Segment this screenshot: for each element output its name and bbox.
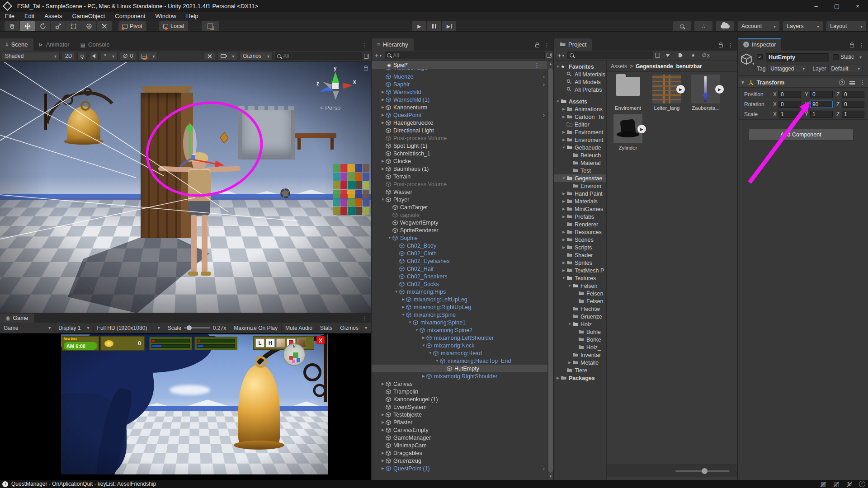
active-checkbox[interactable]: ✓ (757, 54, 763, 60)
lock-icon[interactable] (719, 44, 723, 47)
scene-viewport[interactable]: y x z < Persp (0, 62, 371, 313)
menu-edit[interactable]: Edit (19, 12, 39, 20)
custom-tool-button[interactable] (97, 21, 112, 31)
add-component-button[interactable]: Add Component (748, 129, 854, 141)
project-tree-row[interactable]: ▼★Favorites (554, 63, 606, 70)
position-y-field[interactable] (810, 91, 833, 98)
stats-toggle[interactable]: Stats (316, 323, 336, 333)
scene-gizmos-dropdown[interactable]: Gizmos▾ (240, 52, 273, 61)
preview-play-icon[interactable]: ▶ (715, 85, 724, 94)
project-tree-row[interactable]: ▼Assets (554, 98, 606, 105)
hierarchy-row[interactable]: Ch02_Cloth (372, 249, 547, 257)
hierarchy-row[interactable]: Ch02_Body (372, 242, 547, 249)
hierarchy-row[interactable]: ▼mixamorig:Hips (372, 288, 547, 296)
foldout-closed-icon[interactable]: ▶ (401, 305, 406, 309)
hierarchy-row[interactable]: ▼Player (372, 196, 547, 203)
expand-icon[interactable] (364, 54, 369, 59)
slot-hand-icon[interactable] (276, 338, 285, 347)
hierarchy-row[interactable]: Muenzenlager (372, 69, 547, 73)
hierarchy-row[interactable]: ▶QuestPoint (1)› (372, 465, 547, 472)
hierarchy-row[interactable]: ▼mixamorig:Spine (372, 311, 547, 319)
foldout-closed-icon[interactable]: ▶ (561, 261, 566, 265)
lock-icon[interactable] (364, 67, 368, 70)
close-button[interactable]: × (847, 0, 868, 12)
hierarchy-row[interactable]: ▶mixamorig:RightUpLeg (372, 303, 547, 311)
project-tree-row[interactable]: ▶Enviroment (554, 136, 606, 144)
project-tree-row[interactable]: ▶Animations (554, 105, 606, 113)
search-button[interactable] (673, 21, 691, 31)
foldout-closed-icon[interactable]: ▶ (380, 90, 386, 94)
tab-game[interactable]: ◉Game (0, 314, 34, 323)
scale-z-field[interactable] (842, 111, 864, 118)
foldout-closed-icon[interactable]: ▶ (380, 98, 386, 102)
hud-close-button[interactable]: X (316, 336, 325, 344)
foldout-open-icon[interactable]: ▼ (561, 176, 566, 180)
transform-tool-button[interactable] (81, 21, 97, 31)
presets-icon[interactable] (849, 80, 855, 85)
hierarchy-row[interactable]: ▼mixamorig:Spine2 (372, 326, 547, 334)
hierarchy-row[interactable]: ▶mixamorig:LeftShoulder (372, 334, 547, 342)
grid-snap-button[interactable] (202, 21, 219, 31)
create-asset-button[interactable]: +▾ (556, 52, 566, 59)
hierarchy-search-input[interactable] (393, 52, 542, 59)
foldout-open-icon[interactable]: ▼ (414, 328, 420, 332)
transform-component-header[interactable]: ▼ Transform ? ⋮ (738, 78, 868, 88)
foldout-closed-icon[interactable]: ▶ (561, 238, 566, 242)
foldout-closed-icon[interactable]: ▶ (561, 130, 566, 134)
tab-hierarchy[interactable]: ≡Hierarchy (372, 38, 414, 51)
hierarchy-row[interactable]: Muenze› (372, 73, 547, 80)
kebab-menu-icon[interactable]: ⋮ (361, 314, 367, 321)
project-tree-row[interactable]: ▶MiniGames (554, 205, 606, 213)
foldout-open-icon[interactable]: ▼ (407, 320, 413, 324)
foldout-closed-icon[interactable]: ▶ (561, 138, 566, 142)
foldout-closed-icon[interactable]: ▶ (561, 268, 566, 272)
foldout-closed-icon[interactable]: ▶ (555, 376, 561, 380)
rect-tool-button[interactable] (66, 21, 81, 31)
project-tree-row[interactable]: ▼Gegenstae (554, 174, 606, 182)
foldout-closed-icon[interactable]: ▶ (380, 459, 386, 463)
kebab-menu-icon[interactable]: ⋮ (544, 42, 550, 48)
project-tree-row[interactable]: ▶Resources (554, 228, 606, 236)
foldout-open-icon[interactable]: ▼ (741, 80, 745, 85)
foldout-closed-icon[interactable]: ▶ (561, 207, 566, 211)
tag-dropdown[interactable]: Untagged▾ (768, 65, 807, 72)
menu-window[interactable]: Window (151, 12, 181, 20)
project-tree-row[interactable]: Shader (554, 251, 606, 259)
grid-item[interactable]: Enviroment (612, 75, 644, 111)
foldout-open-icon[interactable]: ▼ (394, 290, 399, 294)
hierarchy-row[interactable]: Trampolin (372, 388, 547, 395)
foldout-open-icon[interactable]: ▼ (561, 145, 566, 150)
kebab-menu-icon[interactable]: ⋮ (534, 62, 540, 69)
scale-tool-button[interactable] (51, 21, 66, 31)
foldout-closed-icon[interactable]: ▶ (380, 451, 386, 455)
layout-dropdown[interactable]: Layout▾ (826, 21, 866, 31)
foldout-closed-icon[interactable]: ▶ (380, 466, 386, 470)
position-z-field[interactable] (842, 91, 864, 98)
hierarchy-row[interactable]: CamTarget (372, 203, 547, 211)
hierarchy-row[interactable]: Post-process Volume (372, 180, 547, 188)
tab-scene[interactable]: #Scene (0, 38, 33, 51)
hierarchy-row[interactable]: WegwerfEmpty (372, 219, 547, 226)
project-tree-row[interactable]: Felsen (554, 290, 606, 297)
project-tree-row[interactable]: Borke (554, 336, 606, 343)
foldout-open-icon[interactable]: ▼ (421, 343, 426, 347)
prefab-chevron-icon[interactable]: › (543, 73, 545, 80)
foldout-closed-icon[interactable]: ▶ (380, 113, 386, 117)
play-button[interactable]: ▶ (412, 21, 426, 31)
refresh-status-icon[interactable]: ↻ (846, 481, 853, 488)
hidden-count-button[interactable]: ∅3 (700, 52, 712, 59)
project-tree-row[interactable]: ▶Metalle (554, 359, 606, 366)
step-button[interactable]: ▶ (442, 21, 456, 31)
project-tree-row[interactable]: ▶Sprites (554, 259, 606, 267)
lighting-toggle[interactable] (77, 52, 87, 61)
foldout-open-icon[interactable]: ▼ (561, 276, 566, 280)
cloud-button[interactable] (716, 21, 734, 31)
scale-control[interactable]: Scale 0.27x (164, 323, 230, 333)
hidden-objects-toggle[interactable]: ∅0 (120, 52, 136, 61)
hierarchy-row[interactable]: capsule (372, 211, 547, 219)
breadcrumb-root[interactable]: Assets (611, 63, 627, 70)
tab-inspector[interactable]: iInspector (738, 38, 781, 51)
foldout-closed-icon[interactable]: ▶ (380, 382, 386, 386)
scene-search-input[interactable] (283, 53, 359, 59)
hierarchy-row[interactable]: Saphir› (372, 80, 547, 88)
